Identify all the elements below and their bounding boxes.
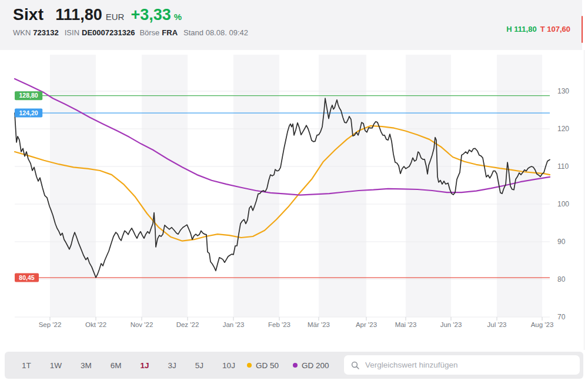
x-axis-label: Jul '23 (487, 321, 507, 328)
x-axis-label: Feb '23 (268, 321, 290, 328)
x-axis-label: Jan '23 (223, 321, 245, 328)
x-axis-label: Mär '23 (308, 321, 330, 328)
compare-search-input[interactable] (364, 360, 560, 370)
range-button-1T[interactable]: 1T (20, 360, 33, 371)
y-axis-label: 110 (557, 162, 569, 171)
x-axis-label: Jun '23 (440, 321, 462, 328)
chart-legend: GD 50GD 200 (247, 352, 329, 379)
svg-text:128,80: 128,80 (19, 92, 38, 99)
y-axis-label: 70 (557, 313, 566, 321)
compare-search[interactable] (344, 355, 580, 375)
x-axis-label: Mai '23 (395, 321, 417, 328)
y-axis-label: 120 (557, 125, 569, 133)
legend-dot (293, 363, 298, 368)
range-button-3M[interactable]: 3M (79, 360, 93, 371)
range-button-3J[interactable]: 3J (166, 360, 178, 371)
legend-item-gd-50[interactable]: GD 50 (247, 361, 279, 370)
legend-label: GD 200 (302, 361, 329, 370)
svg-text:80,45: 80,45 (19, 274, 34, 281)
svg-text:124,20: 124,20 (19, 109, 38, 116)
reference-badge: 80,45 (15, 273, 39, 282)
legend-dot (247, 363, 252, 368)
x-axis-label: Nov '22 (131, 321, 153, 328)
range-button-10J[interactable]: 10J (220, 360, 237, 371)
chart-toolbar: 1T1W3M6M1J3J5J10J GD 50GD 200 (5, 352, 583, 379)
range-button-1J[interactable]: 1J (139, 360, 151, 371)
range-buttons: 1T1W3M6M1J3J5J10J (20, 352, 237, 379)
search-icon (351, 361, 359, 369)
range-button-1W[interactable]: 1W (48, 360, 64, 371)
legend-item-gd-200[interactable]: GD 200 (293, 361, 329, 370)
x-axis-label: Sep '22 (39, 321, 62, 328)
x-axis-label: Aug '23 (531, 321, 554, 328)
sixt-stock-page: Sixt 111,80 EUR +3,33 % WKN 723132 ISIN … (0, 0, 588, 387)
right-divider (584, 50, 584, 350)
x-axis-label: Apr '23 (356, 321, 377, 328)
range-button-5J[interactable]: 5J (193, 360, 205, 371)
legend-label: GD 50 (256, 361, 279, 370)
x-axis-label: Okt '22 (85, 321, 106, 328)
x-axis-label: Dez '22 (176, 321, 199, 328)
price-chart[interactable]: 130120110100908070Sep '22Okt '22Nov '22D… (0, 0, 588, 387)
y-axis-label: 80 (557, 275, 566, 283)
range-button-6M[interactable]: 6M (109, 360, 123, 371)
y-axis-label: 100 (557, 200, 569, 208)
reference-badge: 128,80 (15, 91, 42, 100)
reference-badge: 124,20 (15, 109, 42, 118)
y-axis-label: 90 (557, 238, 566, 246)
y-axis-label: 130 (557, 87, 569, 95)
